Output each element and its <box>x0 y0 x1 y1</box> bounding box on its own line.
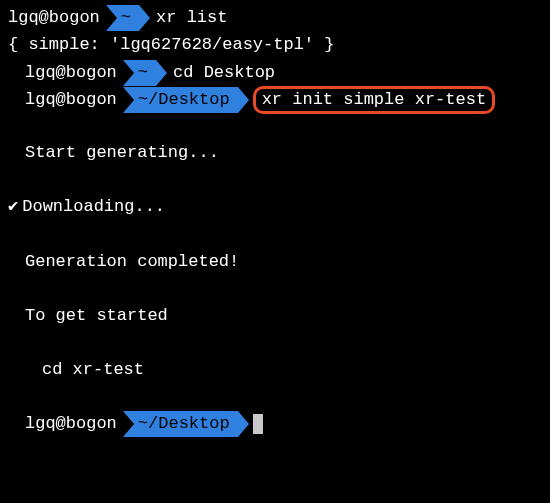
output-completed: Generation completed! <box>8 248 542 275</box>
prompt-line-4: lgq@bogon ~/Desktop <box>8 410 542 437</box>
user-host: lgq@bogon <box>25 86 117 113</box>
command-text[interactable]: xr list <box>156 4 227 31</box>
output-list-result: { simple: 'lgq627628/easy-tpl' } <box>8 31 542 58</box>
user-host: lgq@bogon <box>8 4 100 31</box>
arrow-icon <box>123 411 134 437</box>
output-to-start: To get started <box>8 302 542 329</box>
path-segment-desktop: ~/Desktop <box>123 411 238 437</box>
user-host: lgq@bogon <box>25 59 117 86</box>
prompt-line-3: lgq@bogon ~/Desktop xr init simple xr-te… <box>8 86 542 113</box>
path-text: ~/Desktop <box>138 410 230 437</box>
output-cd-hint: cd xr-test <box>8 356 542 383</box>
user-host: lgq@bogon <box>25 410 117 437</box>
arrow-icon <box>156 60 167 86</box>
prompt-line-1: lgq@bogon ~ xr list <box>8 4 542 31</box>
path-segment-home: ~ <box>106 5 139 31</box>
arrow-icon <box>139 5 150 31</box>
path-text: ~ <box>138 59 148 86</box>
arrow-icon <box>106 5 117 31</box>
path-segment-home: ~ <box>123 60 156 86</box>
command-text[interactable]: cd Desktop <box>173 59 275 86</box>
prompt-line-2: lgq@bogon ~ cd Desktop <box>8 59 542 86</box>
path-segment-desktop: ~/Desktop <box>123 87 238 113</box>
output-downloading: ✔Downloading... <box>8 193 542 220</box>
check-icon: ✔ <box>8 197 18 216</box>
output-start: Start generating... <box>8 139 542 166</box>
path-text: ~/Desktop <box>138 86 230 113</box>
command-text[interactable]: xr init simple xr-test <box>262 86 486 113</box>
arrow-icon <box>123 60 134 86</box>
arrow-icon <box>238 411 249 437</box>
arrow-icon <box>238 87 249 113</box>
highlighted-command: xr init simple xr-test <box>253 86 495 114</box>
path-text: ~ <box>121 4 131 31</box>
arrow-icon <box>123 87 134 113</box>
cursor[interactable] <box>253 414 263 434</box>
